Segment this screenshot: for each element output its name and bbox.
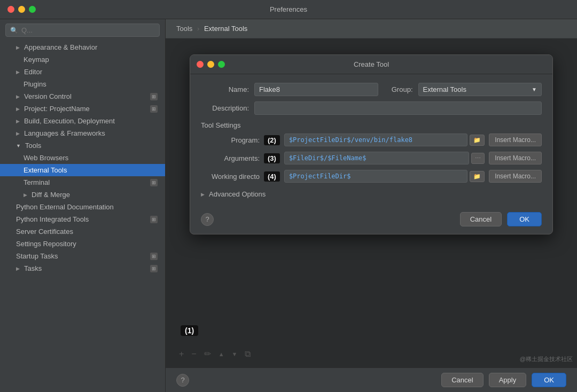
sidebar-item-label: Python Integrated Tools xyxy=(16,215,89,223)
advanced-options-label: Advanced Options xyxy=(209,190,266,198)
description-row: Description: xyxy=(201,101,542,115)
sidebar-item-python-int-tools[interactable]: Python Integrated Tools ⊞ xyxy=(0,213,165,225)
maximize-button[interactable] xyxy=(29,6,36,13)
main-footer: ? Cancel Apply OK xyxy=(166,367,577,392)
program-folder-button[interactable]: 📁 xyxy=(470,135,485,146)
sidebar-item-keymap[interactable]: Keymap xyxy=(0,53,165,66)
expand-icon: ▼ xyxy=(16,143,21,148)
sidebar-item-label: Editor xyxy=(24,68,42,76)
main-apply-button[interactable]: Apply xyxy=(489,373,527,387)
expand-icon: ▶ xyxy=(16,119,20,124)
arguments-insert-macro-button[interactable]: Insert Macro... xyxy=(489,152,542,164)
program-insert-macro-button[interactable]: Insert Macro... xyxy=(489,134,542,146)
program-badge: (2) xyxy=(264,135,280,145)
search-icon: 🔍 xyxy=(10,27,18,34)
working-dir-badge: (4) xyxy=(264,171,280,182)
sidebar-item-label: Startup Tasks xyxy=(16,252,58,260)
description-label: Description: xyxy=(201,104,249,112)
arguments-label: Arguments: xyxy=(201,154,260,162)
sidebar-item-external-tools[interactable]: External Tools xyxy=(0,164,165,176)
breadcrumb: Tools › External Tools xyxy=(166,19,577,38)
working-dir-input-wrap: (4) 📁 xyxy=(264,170,485,183)
expand-icon: ▶ xyxy=(24,192,27,198)
content-area: Tools › External Tools (1) + − ✏ ▲ ▼ ⧉ xyxy=(166,19,577,392)
create-tool-dialog: Create Tool Name: Group: External Tools … xyxy=(190,54,553,234)
group-select[interactable]: External Tools ▼ xyxy=(418,83,542,96)
dialog-titlebar: Create Tool xyxy=(190,55,552,74)
main-cancel-button[interactable]: Cancel xyxy=(441,373,483,387)
watermark: @稀土掘金技术社区 xyxy=(520,355,573,363)
working-dir-insert-macro-button[interactable]: Insert Macro... xyxy=(489,170,542,183)
dialog-window-controls[interactable] xyxy=(197,61,225,68)
minimize-button[interactable] xyxy=(18,6,25,13)
advanced-options-row[interactable]: ▶ Advanced Options xyxy=(201,190,542,198)
expand-icon: ▶ xyxy=(16,69,20,75)
badge-icon: ⊞ xyxy=(150,216,158,223)
sidebar-item-tasks[interactable]: ▶ Tasks ⊞ xyxy=(0,262,165,275)
sidebar-item-diff-merge[interactable]: ▶ Diff & Merge xyxy=(0,189,165,201)
dialog-maximize-button[interactable] xyxy=(218,61,225,68)
dialog-ok-button[interactable]: OK xyxy=(507,212,542,226)
dialog-title: Create Tool xyxy=(354,60,389,68)
badge-icon: ⊞ xyxy=(150,253,158,260)
sidebar-item-web-browsers[interactable]: Web Browsers xyxy=(0,152,165,164)
description-input[interactable] xyxy=(254,101,542,115)
name-label: Name: xyxy=(201,85,249,93)
main-ok-button[interactable]: OK xyxy=(532,373,566,387)
sidebar-item-plugins[interactable]: Plugins xyxy=(0,78,165,90)
breadcrumb-parent: Tools xyxy=(176,25,192,33)
sidebar-item-label: Diff & Merge xyxy=(32,191,70,199)
working-dir-row: Working directo (4) 📁 Insert Macro... xyxy=(201,170,542,183)
sidebar-item-project[interactable]: ▶ Project: ProjectName ⊞ xyxy=(0,103,165,115)
arguments-badge: (3) xyxy=(264,153,280,163)
sidebar-item-settings-repo[interactable]: Settings Repository xyxy=(0,238,165,250)
sidebar-item-startup-tasks[interactable]: Startup Tasks ⊞ xyxy=(0,250,165,262)
dialog-minimize-button[interactable] xyxy=(207,61,214,68)
sidebar-item-version-control[interactable]: ▶ Version Control ⊞ xyxy=(0,90,165,103)
main-help-button[interactable]: ? xyxy=(176,374,189,387)
sidebar-item-label: Project: ProjectName xyxy=(24,105,90,113)
window-controls[interactable] xyxy=(7,6,36,13)
expand-icon: ▶ xyxy=(16,266,20,271)
advanced-expand-icon: ▶ xyxy=(201,192,205,197)
sidebar-item-label: Appearance & Behavior xyxy=(24,43,97,51)
sidebar: 🔍 ▶ Appearance & Behavior Keymap ▶ Edito… xyxy=(0,19,166,392)
sidebar-item-label: Languages & Frameworks xyxy=(24,129,105,137)
sidebar-item-label: Tasks xyxy=(24,264,42,272)
arguments-input-wrap: (3) ⋯ xyxy=(264,152,485,164)
sidebar-item-appearance[interactable]: ▶ Appearance & Behavior xyxy=(0,41,165,53)
breadcrumb-current: External Tools xyxy=(204,25,247,33)
sidebar-item-server-certs[interactable]: Server Certificates xyxy=(0,225,165,238)
sidebar-item-build-execution[interactable]: ▶ Build, Execution, Deployment xyxy=(0,115,165,127)
program-input[interactable] xyxy=(284,134,467,146)
sidebar-item-languages[interactable]: ▶ Languages & Frameworks xyxy=(0,127,165,139)
group-value: External Tools xyxy=(423,85,466,93)
dialog-close-button[interactable] xyxy=(197,61,204,68)
working-dir-folder-button[interactable]: 📁 xyxy=(470,171,485,182)
badge-1: (1) xyxy=(181,325,198,336)
sidebar-item-label: Keymap xyxy=(24,56,49,64)
badge-icon: ⊞ xyxy=(150,179,158,186)
name-input[interactable] xyxy=(254,83,378,96)
sidebar-item-python-ext-doc[interactable]: Python External Documentation xyxy=(0,201,165,213)
dialog-overlay: Create Tool Name: Group: External Tools … xyxy=(166,38,577,367)
dialog-help-button[interactable]: ? xyxy=(201,213,214,226)
chevron-down-icon: ▼ xyxy=(532,87,537,92)
sidebar-item-terminal[interactable]: Terminal ⊞ xyxy=(0,176,165,189)
close-button[interactable] xyxy=(7,6,14,13)
working-dir-input[interactable] xyxy=(284,170,467,183)
program-label: Program: xyxy=(201,136,260,144)
name-group-row: Name: Group: External Tools ▼ xyxy=(201,83,542,96)
dialog-cancel-button[interactable]: Cancel xyxy=(460,212,502,226)
arguments-folder-button[interactable]: ⋯ xyxy=(471,153,485,164)
arguments-input[interactable] xyxy=(284,152,469,164)
dialog-body: Name: Group: External Tools ▼ Descriptio… xyxy=(190,74,552,207)
search-input[interactable] xyxy=(21,26,155,34)
sidebar-list: ▶ Appearance & Behavior Keymap ▶ Editor … xyxy=(0,41,165,392)
main-container: 🔍 ▶ Appearance & Behavior Keymap ▶ Edito… xyxy=(0,19,577,392)
sidebar-item-tools[interactable]: ▼ Tools xyxy=(0,139,165,152)
sidebar-item-editor[interactable]: ▶ Editor xyxy=(0,66,165,78)
search-box[interactable]: 🔍 xyxy=(5,23,160,37)
sidebar-item-label: Web Browsers xyxy=(24,154,68,162)
sidebar-item-label: Tools xyxy=(25,142,41,150)
